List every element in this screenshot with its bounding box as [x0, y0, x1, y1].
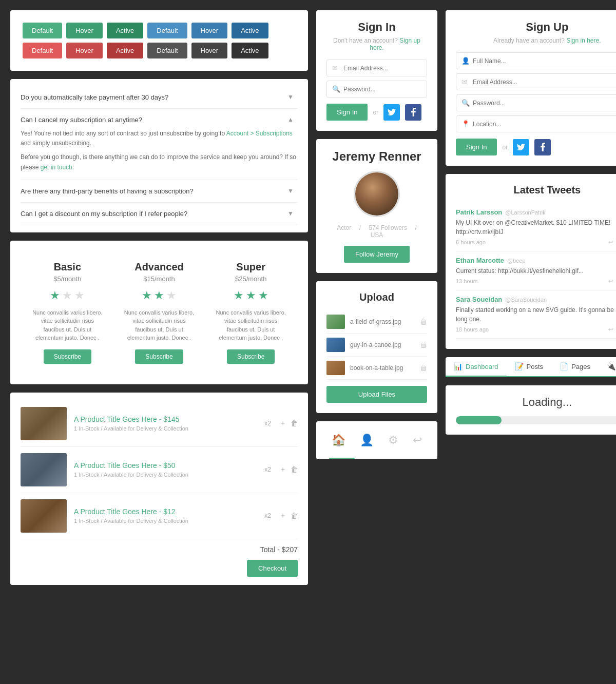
- tweets-title: Latest Tweets: [456, 184, 616, 196]
- faq-item-2[interactable]: Are there any third-party benefits of ha…: [21, 180, 298, 203]
- tweet-name-2: Sara Soueidan: [456, 296, 502, 303]
- loading-card: Loading... 25%: [446, 385, 616, 435]
- signup-signin-link[interactable]: Sign in here.: [566, 37, 601, 44]
- pricing-price-0: $5/month: [31, 275, 104, 283]
- admin-nav-plugins[interactable]: 🔌Plugins: [599, 357, 616, 377]
- btn-btn-green-active[interactable]: Active: [107, 23, 143, 38]
- faq-item-3[interactable]: Can I get a discount on my subscription …: [21, 203, 298, 225]
- cart-add-1[interactable]: ＋: [279, 465, 286, 474]
- pricing-tier-2: Super $25/month ★★★ Nunc convallis variu…: [209, 256, 293, 369]
- admin-nav-label-1: Posts: [527, 363, 544, 370]
- btn-btn-blue[interactable]: Default: [147, 23, 187, 38]
- upload-delete-2[interactable]: 🗑: [420, 364, 427, 372]
- settings-nav-icon: ⚙: [388, 434, 398, 447]
- pricing-tier-1: Advanced $15/month ★★★ Nunc convallis va…: [118, 256, 201, 369]
- signup-card: Sign Up Already have an account? Sign in…: [446, 10, 616, 166]
- admin-nav-dashboard[interactable]: 📊Dashboard: [446, 357, 507, 377]
- upload-delete-0[interactable]: 🗑: [420, 318, 427, 326]
- signup-fullname-input[interactable]: [473, 57, 616, 65]
- upload-files-button[interactable]: Upload Files: [326, 386, 427, 403]
- cart-delete-1[interactable]: 🗑: [291, 465, 298, 474]
- tweet-reply-2[interactable]: ↩: [608, 326, 613, 333]
- subscribe-button-2[interactable]: Subscribe: [227, 349, 275, 364]
- btn-btn-green-hover[interactable]: Hover: [66, 23, 103, 38]
- faq-question-0: Do you automatically take payment after …: [21, 93, 298, 101]
- signin-password-input[interactable]: [343, 86, 421, 93]
- admin-nav-icon-2: 📄: [560, 362, 568, 370]
- signin-email-input[interactable]: [343, 65, 421, 72]
- pricing-desc-0: Nunc convallis varius libero, vitae soll…: [31, 308, 104, 342]
- btn-btn-dark[interactable]: Default: [147, 43, 187, 58]
- cart-add-2[interactable]: ＋: [279, 511, 286, 520]
- faq-link-touch[interactable]: get in touch: [41, 164, 72, 171]
- nav-icon-item-user[interactable]: 👤: [353, 429, 381, 451]
- faq-item-0[interactable]: Do you automatically take payment after …: [21, 86, 298, 109]
- admin-nav-posts[interactable]: 📝Posts: [507, 357, 552, 377]
- upload-item-1: guy-in-a-canoe.jpg 🗑: [326, 334, 427, 357]
- upload-filename-1: guy-in-a-canoe.jpg: [350, 341, 415, 348]
- signin-facebook-button[interactable]: [405, 104, 421, 121]
- upload-thumb-0: [326, 315, 345, 329]
- tweet-footer-0: 6 hours ago ↩ ↺ ★: [456, 239, 616, 246]
- btn-btn-dark-hover[interactable]: Hover: [191, 43, 228, 58]
- tweet-handle-2: @SaraSoueidan: [505, 297, 547, 303]
- signup-location-group: 📍: [456, 115, 616, 132]
- tweet-reply-0[interactable]: ↩: [608, 239, 613, 246]
- faq-panel: Do you automatically take payment after …: [10, 79, 308, 232]
- cart-image-0: [21, 407, 67, 440]
- signup-button[interactable]: Sign In: [456, 139, 497, 155]
- btn-btn-blue-hover[interactable]: Hover: [191, 23, 228, 38]
- signup-twitter-button[interactable]: [513, 139, 529, 155]
- cart-delete-0[interactable]: 🗑: [291, 419, 298, 427]
- pricing-name-2: Super: [214, 261, 287, 273]
- nav-icon-item-logout[interactable]: ↩: [406, 429, 429, 451]
- upload-thumb-1: [326, 338, 345, 352]
- pricing-panel: Basic $5/month ★★★ Nunc convallis varius…: [10, 241, 308, 384]
- nav-icon-item-settings[interactable]: ⚙: [381, 429, 406, 451]
- tweet-time-2: 18 hours ago: [456, 326, 601, 333]
- profile-card: Jeremy Renner Actor / 574 Followers / US…: [316, 139, 437, 273]
- home-nav-icon: 🏠: [332, 434, 345, 447]
- signin-button[interactable]: Sign In: [326, 104, 368, 121]
- signup-email-input[interactable]: [473, 79, 616, 86]
- cart-add-0[interactable]: ＋: [279, 419, 286, 428]
- star-2-0: ★: [234, 289, 244, 302]
- signin-twitter-button[interactable]: [383, 104, 400, 121]
- star-1-0: ★: [142, 289, 152, 302]
- cart-meta-2: 1 In-Stock / Available for Delivery & Co…: [74, 518, 257, 524]
- tweet-time-0: 6 hours ago: [456, 239, 601, 245]
- btn-btn-blue-active[interactable]: Active: [232, 23, 268, 38]
- tweet-footer-2: 18 hours ago ↩ ↺ ★: [456, 326, 616, 333]
- signup-facebook-button[interactable]: [534, 139, 551, 155]
- btn-btn-red-active[interactable]: Active: [107, 43, 143, 58]
- location-icon: 📍: [461, 120, 469, 128]
- upload-delete-1[interactable]: 🗑: [420, 341, 427, 349]
- btn-btn-green[interactable]: Default: [23, 23, 62, 38]
- btn-btn-red[interactable]: Default: [23, 43, 62, 58]
- btn-btn-red-hover[interactable]: Hover: [66, 43, 103, 58]
- tweet-reply-1[interactable]: ↩: [608, 278, 613, 285]
- upload-item-2: book-on-a-table.jpg 🗑: [326, 357, 427, 380]
- signup-fullname-group: 👤: [456, 52, 616, 69]
- subscribe-button-1[interactable]: Subscribe: [135, 349, 183, 364]
- admin-nav-label-0: Dashboard: [466, 363, 498, 370]
- signup-password-input[interactable]: [473, 100, 616, 107]
- subscribe-button-0[interactable]: Subscribe: [44, 349, 91, 364]
- upload-item-0: a-field-of-grass.jpg 🗑: [326, 310, 427, 334]
- stars-0: ★★★: [31, 289, 104, 302]
- admin-nav-pages[interactable]: 📄Pages: [551, 357, 599, 377]
- cart-delete-2[interactable]: 🗑: [291, 512, 298, 520]
- cart-title-1: A Product Title Goes Here - $50: [74, 461, 257, 470]
- star-0-0: ★: [50, 289, 60, 302]
- faq-link-subscriptions[interactable]: Account > Subscriptions: [226, 130, 293, 137]
- profile-role: Actor: [337, 224, 351, 231]
- pricing-name-1: Advanced: [123, 261, 196, 273]
- signup-location-input[interactable]: [473, 121, 616, 128]
- nav-icon-item-home[interactable]: 🏠: [324, 429, 353, 451]
- btn-btn-dark-active[interactable]: Active: [232, 43, 268, 58]
- loading-title: Loading...: [456, 396, 616, 409]
- checkout-button[interactable]: Checkout: [247, 560, 298, 577]
- follow-button[interactable]: Follow Jeremy: [344, 246, 410, 263]
- profile-meta: Actor / 574 Followers / USA: [326, 224, 427, 239]
- faq-item-1[interactable]: Can I cancel my subscription at anytime?…: [21, 109, 298, 180]
